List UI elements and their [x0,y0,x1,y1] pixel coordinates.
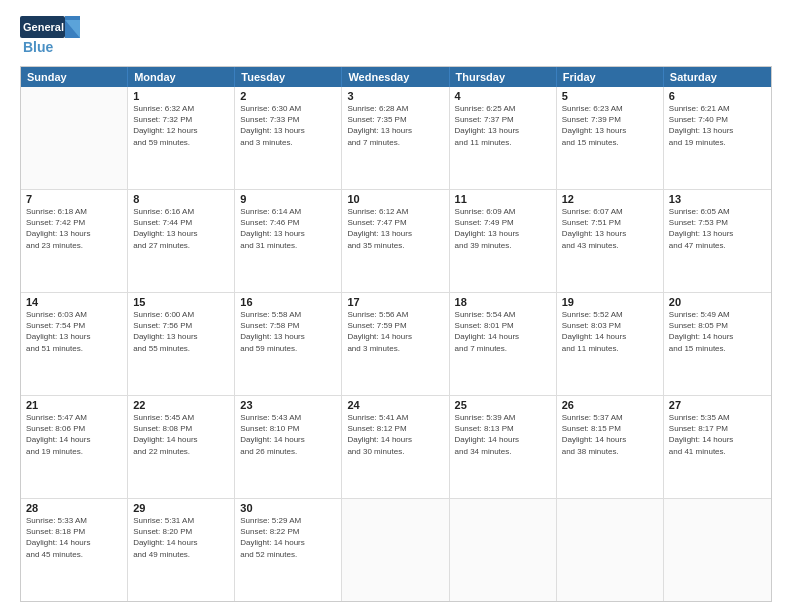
cell-line-2: Daylight: 13 hours [133,331,229,342]
calendar-day-1: 1Sunrise: 6:32 AMSunset: 7:32 PMDaylight… [128,87,235,189]
day-number: 23 [240,399,336,411]
day-number: 29 [133,502,229,514]
cell-line-0: Sunrise: 6:03 AM [26,309,122,320]
cell-line-2: Daylight: 14 hours [26,434,122,445]
cell-line-2: Daylight: 13 hours [669,125,766,136]
svg-text:Blue: Blue [23,39,54,55]
day-number: 19 [562,296,658,308]
day-number: 21 [26,399,122,411]
day-number: 3 [347,90,443,102]
cell-line-2: Daylight: 14 hours [240,434,336,445]
cell-line-3: and 11 minutes. [562,343,658,354]
cell-line-0: Sunrise: 5:33 AM [26,515,122,526]
cell-line-3: and 15 minutes. [669,343,766,354]
cell-line-0: Sunrise: 5:37 AM [562,412,658,423]
calendar-row-4: 21Sunrise: 5:47 AMSunset: 8:06 PMDayligh… [21,395,771,498]
cell-line-3: and 52 minutes. [240,549,336,560]
header-day-sunday: Sunday [21,67,128,87]
cell-line-2: Daylight: 14 hours [240,537,336,548]
day-number: 13 [669,193,766,205]
calendar-row-5: 28Sunrise: 5:33 AMSunset: 8:18 PMDayligh… [21,498,771,601]
cell-line-1: Sunset: 7:35 PM [347,114,443,125]
cell-line-3: and 59 minutes. [240,343,336,354]
cell-line-2: Daylight: 13 hours [240,125,336,136]
calendar-cell-empty [21,87,128,189]
logo: General Blue [20,16,90,58]
cell-line-0: Sunrise: 5:56 AM [347,309,443,320]
cell-line-1: Sunset: 7:33 PM [240,114,336,125]
cell-line-1: Sunset: 8:17 PM [669,423,766,434]
calendar-day-24: 24Sunrise: 5:41 AMSunset: 8:12 PMDayligh… [342,396,449,498]
page: General Blue SundayMondayTuesdayWednesda… [0,0,792,612]
calendar-cell-empty [557,499,664,601]
calendar-day-15: 15Sunrise: 6:00 AMSunset: 7:56 PMDayligh… [128,293,235,395]
cell-line-0: Sunrise: 5:31 AM [133,515,229,526]
cell-line-2: Daylight: 13 hours [669,228,766,239]
cell-line-2: Daylight: 12 hours [133,125,229,136]
calendar-row-3: 14Sunrise: 6:03 AMSunset: 7:54 PMDayligh… [21,292,771,395]
cell-line-3: and 7 minutes. [347,137,443,148]
cell-line-0: Sunrise: 6:00 AM [133,309,229,320]
cell-line-3: and 51 minutes. [26,343,122,354]
calendar-body: 1Sunrise: 6:32 AMSunset: 7:32 PMDaylight… [21,87,771,601]
cell-line-0: Sunrise: 6:07 AM [562,206,658,217]
cell-line-2: Daylight: 14 hours [562,434,658,445]
calendar-day-8: 8Sunrise: 6:16 AMSunset: 7:44 PMDaylight… [128,190,235,292]
calendar-day-25: 25Sunrise: 5:39 AMSunset: 8:13 PMDayligh… [450,396,557,498]
day-number: 8 [133,193,229,205]
calendar-cell-empty [450,499,557,601]
calendar-day-13: 13Sunrise: 6:05 AMSunset: 7:53 PMDayligh… [664,190,771,292]
day-number: 5 [562,90,658,102]
day-number: 25 [455,399,551,411]
day-number: 14 [26,296,122,308]
cell-line-1: Sunset: 7:54 PM [26,320,122,331]
calendar-day-20: 20Sunrise: 5:49 AMSunset: 8:05 PMDayligh… [664,293,771,395]
cell-line-1: Sunset: 7:51 PM [562,217,658,228]
cell-line-2: Daylight: 13 hours [562,125,658,136]
calendar: SundayMondayTuesdayWednesdayThursdayFrid… [20,66,772,602]
calendar-day-7: 7Sunrise: 6:18 AMSunset: 7:42 PMDaylight… [21,190,128,292]
cell-line-0: Sunrise: 5:58 AM [240,309,336,320]
cell-line-3: and 49 minutes. [133,549,229,560]
cell-line-3: and 43 minutes. [562,240,658,251]
cell-line-2: Daylight: 13 hours [133,228,229,239]
day-number: 2 [240,90,336,102]
cell-line-0: Sunrise: 6:23 AM [562,103,658,114]
day-number: 1 [133,90,229,102]
cell-line-1: Sunset: 7:47 PM [347,217,443,228]
cell-line-3: and 19 minutes. [26,446,122,457]
day-number: 7 [26,193,122,205]
day-number: 24 [347,399,443,411]
calendar-day-3: 3Sunrise: 6:28 AMSunset: 7:35 PMDaylight… [342,87,449,189]
calendar-row-2: 7Sunrise: 6:18 AMSunset: 7:42 PMDaylight… [21,189,771,292]
cell-line-3: and 19 minutes. [669,137,766,148]
cell-line-0: Sunrise: 6:12 AM [347,206,443,217]
calendar-day-26: 26Sunrise: 5:37 AMSunset: 8:15 PMDayligh… [557,396,664,498]
cell-line-3: and 35 minutes. [347,240,443,251]
calendar-day-6: 6Sunrise: 6:21 AMSunset: 7:40 PMDaylight… [664,87,771,189]
day-number: 20 [669,296,766,308]
cell-line-1: Sunset: 7:39 PM [562,114,658,125]
day-number: 18 [455,296,551,308]
calendar-day-2: 2Sunrise: 6:30 AMSunset: 7:33 PMDaylight… [235,87,342,189]
cell-line-0: Sunrise: 6:05 AM [669,206,766,217]
cell-line-2: Daylight: 14 hours [669,434,766,445]
cell-line-3: and 22 minutes. [133,446,229,457]
calendar-day-16: 16Sunrise: 5:58 AMSunset: 7:58 PMDayligh… [235,293,342,395]
cell-line-1: Sunset: 8:12 PM [347,423,443,434]
cell-line-1: Sunset: 8:08 PM [133,423,229,434]
cell-line-0: Sunrise: 6:30 AM [240,103,336,114]
cell-line-0: Sunrise: 5:39 AM [455,412,551,423]
cell-line-2: Daylight: 13 hours [455,125,551,136]
cell-line-1: Sunset: 8:15 PM [562,423,658,434]
cell-line-2: Daylight: 14 hours [347,434,443,445]
cell-line-2: Daylight: 13 hours [455,228,551,239]
calendar-cell-empty [342,499,449,601]
cell-line-1: Sunset: 7:32 PM [133,114,229,125]
cell-line-3: and 31 minutes. [240,240,336,251]
cell-line-0: Sunrise: 5:35 AM [669,412,766,423]
cell-line-3: and 23 minutes. [26,240,122,251]
calendar-day-10: 10Sunrise: 6:12 AMSunset: 7:47 PMDayligh… [342,190,449,292]
cell-line-1: Sunset: 7:46 PM [240,217,336,228]
day-number: 28 [26,502,122,514]
